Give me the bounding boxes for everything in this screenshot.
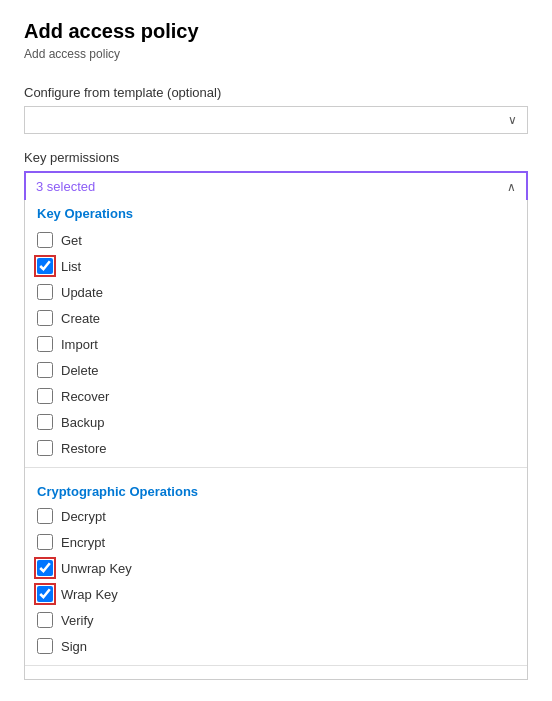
page-title: Add access policy [24, 20, 528, 43]
list-item: Get [25, 227, 527, 253]
import-label[interactable]: Import [61, 337, 98, 352]
update-label[interactable]: Update [61, 285, 103, 300]
checkbox-wrapper [37, 388, 53, 404]
checkbox-wrapper [37, 310, 53, 326]
unwrap_key-checkbox[interactable] [37, 560, 53, 576]
list-item: List [25, 253, 527, 279]
wrap_key-label[interactable]: Wrap Key [61, 587, 118, 602]
list-item: Backup [25, 409, 527, 435]
list-item: Sign [25, 633, 527, 659]
permissions-list: Key Operations GetListUpdateCreateImport… [24, 200, 528, 680]
checkbox-wrapper [37, 612, 53, 628]
list-item: Create [25, 305, 527, 331]
divider-crypto [25, 467, 527, 468]
create-label[interactable]: Create [61, 311, 100, 326]
delete-label[interactable]: Delete [61, 363, 99, 378]
checkbox-wrapper [37, 440, 53, 456]
checkbox-wrapper [37, 232, 53, 248]
list-item: Recover [25, 383, 527, 409]
template-dropdown-arrow: ∨ [508, 113, 517, 127]
list-checkbox[interactable] [37, 258, 53, 274]
permissions-dropdown[interactable]: 3 selected ∧ [24, 171, 528, 200]
list-item: Verify [25, 607, 527, 633]
encrypt-label[interactable]: Encrypt [61, 535, 105, 550]
list-item: Restore [25, 435, 527, 461]
checkbox-wrapper [37, 508, 53, 524]
divider-privileged [25, 665, 527, 666]
checkbox-wrapper [37, 586, 53, 602]
delete-checkbox[interactable] [37, 362, 53, 378]
cryptographic-section-header: Cryptographic Operations [25, 474, 527, 503]
create-checkbox[interactable] [37, 310, 53, 326]
import-checkbox[interactable] [37, 336, 53, 352]
restore-label[interactable]: Restore [61, 441, 107, 456]
page-container: Add access policy Add access policy Conf… [0, 0, 552, 700]
privileged-section-header: Privileged Key Operations [25, 672, 527, 680]
checkbox-wrapper [37, 284, 53, 300]
backup-checkbox[interactable] [37, 414, 53, 430]
checkbox-wrapper [37, 414, 53, 430]
checkbox-wrapper [37, 638, 53, 654]
list-item: Delete [25, 357, 527, 383]
verify-checkbox[interactable] [37, 612, 53, 628]
sign-label[interactable]: Sign [61, 639, 87, 654]
list-item: Import [25, 331, 527, 357]
list-item: Update [25, 279, 527, 305]
recover-checkbox[interactable] [37, 388, 53, 404]
checkbox-wrapper [37, 258, 53, 274]
template-dropdown[interactable]: ∨ [24, 106, 528, 134]
key-ops-section-header-partial: Key Operations [25, 200, 527, 227]
list-label[interactable]: List [61, 259, 81, 274]
wrap_key-checkbox[interactable] [37, 586, 53, 602]
encrypt-checkbox[interactable] [37, 534, 53, 550]
decrypt-label[interactable]: Decrypt [61, 509, 106, 524]
sign-checkbox[interactable] [37, 638, 53, 654]
checkbox-wrapper [37, 560, 53, 576]
permissions-dropdown-arrow: ∧ [507, 180, 516, 194]
list-item: Encrypt [25, 529, 527, 555]
list-item: Wrap Key [25, 581, 527, 607]
restore-checkbox[interactable] [37, 440, 53, 456]
permissions-value: 3 selected [36, 179, 95, 194]
decrypt-checkbox[interactable] [37, 508, 53, 524]
get-checkbox[interactable] [37, 232, 53, 248]
get-label[interactable]: Get [61, 233, 82, 248]
checkbox-wrapper [37, 336, 53, 352]
list-item: Decrypt [25, 503, 527, 529]
template-label: Configure from template (optional) [24, 85, 528, 100]
backup-label[interactable]: Backup [61, 415, 104, 430]
checkbox-wrapper [37, 362, 53, 378]
update-checkbox[interactable] [37, 284, 53, 300]
list-item: Unwrap Key [25, 555, 527, 581]
verify-label[interactable]: Verify [61, 613, 94, 628]
checkbox-wrapper [37, 534, 53, 550]
page-subtitle: Add access policy [24, 47, 528, 61]
crypto-ops-list: DecryptEncryptUnwrap KeyWrap KeyVerifySi… [25, 503, 527, 659]
key-ops-list: GetListUpdateCreateImportDeleteRecoverBa… [25, 227, 527, 461]
unwrap_key-label[interactable]: Unwrap Key [61, 561, 132, 576]
permissions-label: Key permissions [24, 150, 528, 165]
recover-label[interactable]: Recover [61, 389, 109, 404]
